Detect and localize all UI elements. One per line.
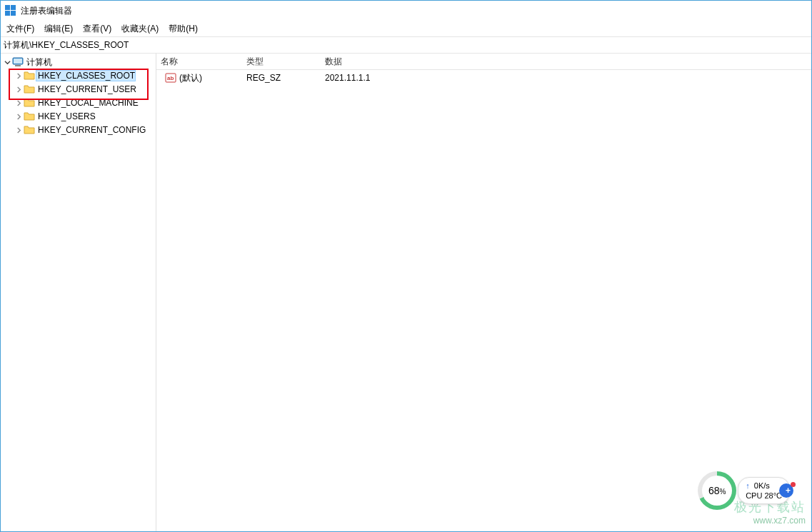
svg-text:ab: ab	[167, 75, 174, 81]
titlebar[interactable]: 注册表编辑器	[1, 1, 811, 21]
menu-file[interactable]: 文件(F)	[6, 23, 34, 35]
tree-item-hkcc[interactable]: HKEY_CURRENT_CONFIG	[1, 124, 156, 136]
string-value-icon: ab	[165, 72, 176, 84]
menu-edit[interactable]: 编辑(E)	[44, 23, 73, 35]
list-pane: 名称 类型 数据 ab (默认) REG_SZ 2021.11.1.1	[156, 54, 811, 531]
tree-item-label: HKEY_USERS	[36, 111, 96, 121]
network-speed-box[interactable]: ↑ 0K/s CPU 28°C +	[738, 477, 790, 504]
menubar: 文件(F) 编辑(E) 查看(V) 收藏夹(A) 帮助(H)	[1, 21, 811, 36]
folder-icon	[24, 97, 35, 109]
folder-icon	[24, 70, 35, 81]
chevron-right-icon[interactable]	[14, 71, 24, 81]
chevron-right-icon[interactable]	[14, 125, 24, 135]
chevron-right-icon[interactable]	[14, 98, 24, 108]
tree-item-hku[interactable]: HKEY_USERS	[1, 110, 156, 123]
content-area: 计算机 HKEY_CLASSES_ROOT HKEY_CURRENT_USE	[1, 54, 811, 531]
tree-item-hkcr[interactable]: HKEY_CLASSES_ROOT	[1, 69, 156, 82]
svg-rect-2	[15, 65, 21, 66]
tree-item-label: HKEY_CURRENT_CONFIG	[36, 125, 146, 135]
folder-icon	[24, 124, 35, 136]
computer-icon	[12, 56, 24, 68]
column-header-data[interactable]: 数据	[325, 56, 811, 68]
folder-icon	[24, 84, 35, 95]
value-type: REG_SZ	[246, 73, 325, 83]
menu-view[interactable]: 查看(V)	[83, 23, 111, 35]
registry-editor-window: 注册表编辑器 文件(F) 编辑(E) 查看(V) 收藏夹(A) 帮助(H) 计	[0, 0, 812, 532]
list-row[interactable]: ab (默认) REG_SZ 2021.11.1.1	[156, 71, 811, 84]
tree-root-computer[interactable]: 计算机	[1, 56, 156, 69]
upload-speed: 0K/s	[754, 481, 770, 490]
column-header-type[interactable]: 类型	[246, 56, 325, 68]
menu-help[interactable]: 帮助(H)	[169, 23, 198, 35]
plus-icon: +	[786, 486, 791, 496]
chevron-right-icon[interactable]	[14, 84, 24, 94]
tree-item-hklm[interactable]: HKEY_LOCAL_MACHINE	[1, 96, 156, 109]
list-body[interactable]: ab (默认) REG_SZ 2021.11.1.1	[156, 70, 811, 531]
folder-icon	[24, 111, 35, 122]
chevron-right-icon[interactable]	[14, 111, 24, 121]
memory-percent: 68%	[708, 485, 726, 496]
tree-pane[interactable]: 计算机 HKEY_CLASSES_ROOT HKEY_CURRENT_USE	[1, 54, 156, 531]
chevron-down-icon[interactable]	[2, 57, 12, 67]
tree-item-hkcu[interactable]: HKEY_CURRENT_USER	[1, 83, 156, 96]
window-title: 注册表编辑器	[21, 5, 72, 17]
list-header: 名称 类型 数据	[156, 54, 811, 70]
app-icon	[5, 5, 16, 16]
tree-item-label: HKEY_CLASSES_ROOT	[36, 71, 135, 81]
address-input[interactable]	[4, 40, 808, 50]
value-name-cell: ab (默认)	[156, 72, 246, 84]
system-monitor-widget[interactable]: 68% ↑ 0K/s CPU 28°C +	[698, 471, 790, 510]
addressbar	[1, 36, 811, 54]
value-name: (默认)	[179, 72, 202, 84]
column-header-name[interactable]: 名称	[156, 56, 246, 68]
upload-arrow-icon: ↑	[746, 481, 750, 490]
svg-rect-1	[14, 59, 22, 64]
tree-root-label: 计算机	[25, 56, 52, 69]
notification-dot-icon	[791, 482, 796, 487]
menu-favorites[interactable]: 收藏夹(A)	[121, 23, 159, 35]
value-data: 2021.11.1.1	[325, 73, 811, 83]
memory-usage-ring[interactable]: 68%	[698, 471, 736, 510]
cpu-temp: CPU 28°C	[746, 491, 782, 500]
tree-item-label: HKEY_LOCAL_MACHINE	[36, 98, 139, 108]
tree-item-label: HKEY_CURRENT_USER	[36, 84, 136, 94]
